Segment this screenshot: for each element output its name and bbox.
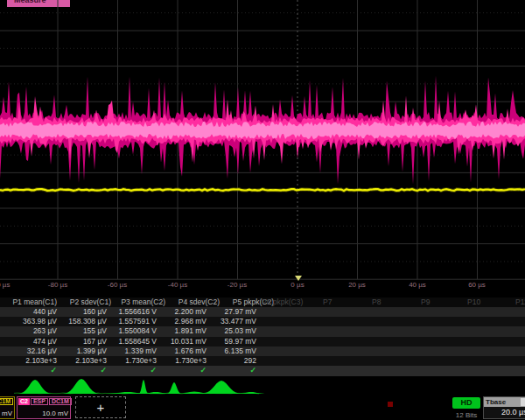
channel-c1-descriptor[interactable]: DC1M 10.0 mV — [0, 396, 15, 419]
c2-esp-badge: ESP — [31, 398, 48, 405]
measurement-value: 32.16 µV — [9, 346, 59, 356]
c2-channel-badge: C2 — [18, 398, 30, 405]
measurement-value: 1.556616 V — [108, 307, 158, 317]
time-axis-label: 60 µs — [468, 281, 486, 289]
time-axis-label: -40 µs — [168, 281, 187, 289]
trigger-position-marker — [295, 276, 302, 281]
timebase-descriptor[interactable]: Tbase 20.0 µs — [483, 396, 525, 419]
plus-icon: + — [97, 403, 105, 412]
channel-c2-descriptor[interactable]: C2 ESP DC1M 10.0 mV — [17, 396, 71, 419]
measurement-value: 440 µV — [9, 307, 59, 317]
c2-vertical-scale: 10.0 mV — [42, 410, 68, 417]
status-check-icon: ✓ — [59, 366, 108, 376]
parameter-header-disabled[interactable]: P7 — [323, 298, 332, 307]
parameter-header-disabled[interactable]: P9 — [421, 298, 430, 307]
parameter-header[interactable]: P3 mean(C2) — [117, 298, 172, 307]
status-led — [388, 402, 393, 407]
measurement-value: 155 µV — [59, 326, 108, 336]
oscilloscope-screen: Measure -100 µs-80 µs-60 µs-40 µs-20 µs0… — [0, 0, 525, 420]
hd-bits-label: 12 Bits — [450, 411, 483, 419]
c2-badge-row: C2 ESP DC1M — [18, 397, 70, 405]
status-check-icon: ✓ — [108, 366, 158, 376]
time-axis-label: -20 µs — [228, 281, 247, 289]
measurement-table-rows: 440 µV160 µV1.556616 V2.200 mV27.97 mV36… — [0, 307, 525, 376]
measurement-value: 1.339 mV — [108, 346, 158, 356]
status-check-icon: ✓ — [208, 366, 258, 376]
measurement-value: 33.477 mV — [208, 317, 258, 326]
table-row: 440 µV160 µV1.556616 V2.200 mV27.97 mV — [0, 307, 525, 317]
c1-vertical-scale: 10.0 mV — [0, 410, 12, 417]
measurement-value: 1.557591 V — [108, 317, 158, 326]
measurement-value: 1.730e+3 — [108, 356, 158, 366]
measurement-table: P1 mean(C1)P2 sdev(C1)P3 mean(C2)P4 sdev… — [0, 298, 525, 376]
time-axis-label: 0 µs — [290, 281, 304, 289]
measurement-table-headers: P1 mean(C1)P2 sdev(C1)P3 mean(C2)P4 sdev… — [0, 298, 525, 307]
parameter-header[interactable]: P1 mean(C1) — [9, 298, 63, 307]
measurement-value: 2.968 mV — [158, 317, 208, 326]
measurement-value: 6.135 mV — [208, 346, 258, 356]
measurement-value: 263 µV — [9, 326, 59, 336]
table-row: 363.98 µV158.308 µV1.557591 V2.968 mV33.… — [0, 317, 525, 326]
table-row: 263 µV155 µV1.550084 V1.891 mV25.03 mV — [0, 326, 525, 336]
parameter-header[interactable]: P4 sdev(C2) — [172, 298, 226, 307]
timebase-value: 20.0 µs — [484, 407, 525, 418]
add-trace-button[interactable]: + — [75, 396, 126, 418]
status-row: ✓✓✓✓✓ — [0, 366, 525, 376]
measurement-value: 363.98 µV — [9, 317, 59, 326]
measurement-value: 1.676 mV — [158, 346, 208, 356]
measurement-value: 2.103e+3 — [59, 356, 108, 366]
measurement-value: 2.200 mV — [158, 307, 208, 317]
time-axis-label: -100 µs — [0, 281, 10, 289]
c1-badge-row: DC1M — [0, 397, 14, 405]
measurement-value: 167 µV — [59, 337, 108, 346]
measurement-value: 25.03 mV — [208, 326, 258, 336]
timebase-header: Tbase — [484, 397, 525, 407]
measurement-value: 2.103e+3 — [9, 356, 59, 366]
c2-coupling-badge: DC1M — [49, 398, 72, 405]
table-row: 2.103e+32.103e+31.730e+31.730e+3292 — [0, 356, 525, 366]
timebase-label: Tbase — [486, 398, 506, 406]
time-axis: -100 µs-80 µs-60 µs-40 µs-20 µs0 µs20 µs… — [0, 281, 525, 291]
measurement-value: 10.031 mV — [158, 337, 208, 346]
parameter-header-disabled[interactable]: P8 — [372, 298, 381, 307]
measurement-value: 1.550084 V — [108, 326, 158, 336]
parameter-header[interactable]: P2 sdev(C1) — [63, 298, 117, 307]
bottom-toolbar: DC1M 10.0 mV C2 ESP DC1M 10.0 mV + HD 12… — [0, 396, 525, 420]
measurement-value: 1.730e+3 — [158, 356, 208, 366]
measurement-value: 1.891 mV — [158, 326, 208, 336]
measurement-value: 1.558645 V — [108, 337, 158, 346]
measurement-value: 474 µV — [9, 337, 59, 346]
table-row: 474 µV167 µV1.558645 V10.031 mV59.97 mV — [0, 337, 525, 346]
parameter-header-disabled[interactable]: P11 — [515, 298, 525, 307]
c1-coupling-badge: DC1M — [0, 398, 13, 405]
table-row: 32.16 µV1.399 µV1.339 mV1.676 mV6.135 mV — [0, 346, 525, 356]
parameter-header-disabled[interactable]: P10 — [467, 298, 480, 307]
status-check-icon: ✓ — [158, 366, 208, 376]
measurement-value: 27.97 mV — [208, 307, 258, 317]
time-axis-label: 40 µs — [409, 281, 426, 289]
time-axis-label: 20 µs — [348, 281, 366, 289]
measurement-value: 158.308 µV — [59, 317, 108, 326]
waveform-display[interactable] — [0, 0, 525, 292]
parameter-header-disabled[interactable]: P6 pkpk(C3) — [262, 298, 303, 307]
histogram-strip — [0, 375, 525, 396]
hd-mode-badge[interactable]: HD — [452, 397, 480, 409]
measurement-value: 160 µV — [59, 307, 108, 317]
measurement-value: 292 — [208, 356, 258, 366]
measurement-value: 1.399 µV — [59, 346, 108, 356]
timebase-button[interactable] — [521, 398, 525, 406]
status-check-icon: ✓ — [9, 366, 59, 376]
time-axis-label: -60 µs — [108, 281, 127, 289]
time-axis-label: -80 µs — [48, 281, 67, 289]
measurement-value: 59.97 mV — [208, 337, 258, 346]
